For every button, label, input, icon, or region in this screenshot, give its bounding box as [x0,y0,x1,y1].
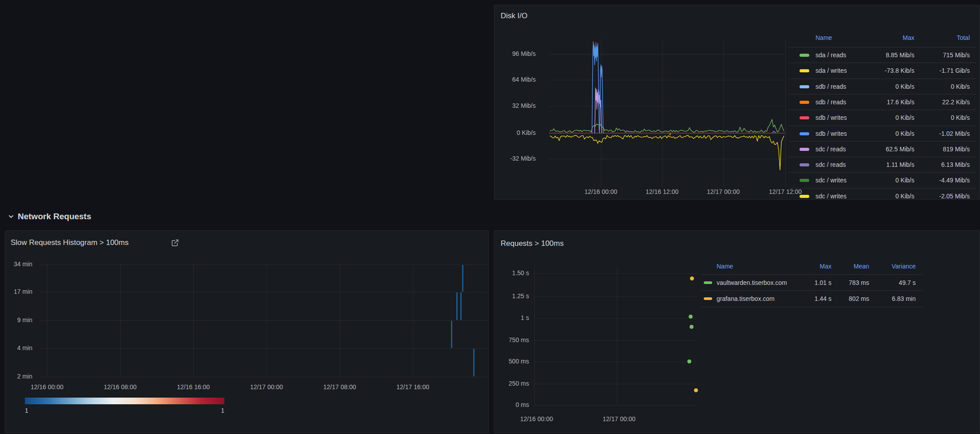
legend-series-variance: 49.7 s [862,278,916,288]
legend-series-name[interactable]: sdc / writes [815,175,847,185]
legend-header-variance[interactable]: Variance [862,263,916,270]
legend-series-total: -4.49 Mib/s [917,175,970,185]
series-color-swatch [800,101,809,104]
x-axis-tick: 12/16 08:00 [104,383,137,391]
gridline [120,264,121,377]
legend-series-variance: 6.83 min [862,294,916,304]
legend-series-total: 6.13 Mib/s [917,160,970,170]
gridline [40,320,489,321]
y-axis-tick: 0 ms [494,401,529,408]
legend-series-name[interactable]: vaultwarden.tiserbox.com [717,278,787,288]
legend-series-max: 0 Kib/s [870,175,914,185]
legend-series-name[interactable]: sdc / reads [815,144,846,154]
heatmap-colorbar [25,398,224,404]
legend-header-name[interactable]: Name [717,263,733,270]
legend-header-max[interactable]: Max [870,34,914,41]
y-axis-tick: 96 Mib/s [494,50,536,57]
section-title: Network Requests [18,212,91,221]
legend-series-max: 0 Kib/s [870,113,914,122]
section-network-requests[interactable]: Network Requests [8,212,91,221]
requests-legend[interactable]: NameMaxMeanVariancevaultwarden.tiserbox.… [701,231,932,433]
legend-row-separator [789,63,976,63]
legend-series-name[interactable]: sda / reads [815,50,846,60]
disk-io-legend[interactable]: NameMaxTotalsda / reads8.85 Mib/s715 Mib… [789,5,978,199]
y-axis-tick: 17 min [5,288,32,295]
legend-series-name[interactable]: sdc / reads [815,160,846,170]
y-axis-tick: 1.25 s [494,292,529,300]
legend-series-name[interactable]: sdb / writes [815,113,847,122]
x-axis-tick: 12/16 00:00 [31,383,63,391]
heatmap-cell [451,321,452,348]
y-axis-tick: 0 Kib/s [494,129,536,136]
legend-series-total: 819 Mib/s [917,144,970,154]
scatter-point [690,325,694,329]
chevron-down-icon [8,213,14,220]
legend-series-max: 62.5 Mib/s [870,144,914,154]
legend-row-separator [789,110,976,110]
panel-disk-io: Disk I/O 96 Mib/s64 Mib/s32 Mib/s0 Kib/s… [494,5,980,200]
legend-row-separator [789,79,976,79]
gridline [534,318,698,319]
series-lines [549,38,785,187]
legend-series-max: 0 Kib/s [870,191,914,200]
series-color-swatch [800,132,809,135]
legend-series-name[interactable]: sdb / reads [815,82,846,91]
gridline [617,266,617,405]
legend-series-total: 0 Kib/s [917,82,970,91]
legend-row-separator [789,126,976,126]
y-axis-tick: 34 min [5,260,32,268]
gridline [534,362,698,362]
gridline [267,264,267,377]
series-color-swatch [800,69,809,72]
colorbar-max-label: 1 [216,407,224,414]
gridline [40,264,489,265]
legend-series-total: 715 Mib/s [917,50,970,60]
gridline [534,273,698,274]
gridline [534,405,698,406]
legend-series-total: -1.71 Gib/s [917,66,970,75]
x-axis-tick: 12/17 00:00 [603,415,635,422]
series-color-swatch [800,148,809,151]
heatmap-cell [473,349,474,376]
legend-row-separator [789,157,976,157]
legend-series-max: -73.8 Kib/s [870,66,914,75]
legend-series-name[interactable]: sda / writes [815,66,847,75]
y-axis-tick: 9 min [5,316,32,324]
legend-series-name[interactable]: sdc / writes [815,191,847,200]
series-color-swatch [800,179,809,182]
x-axis-tick: 12/16 12:00 [646,188,678,195]
gridline [785,38,786,187]
legend-series-max: 1.11 Mib/s [870,160,914,170]
legend-row-separator [789,188,976,189]
y-axis-tick: 1.50 s [494,269,529,276]
legend-row-separator [789,141,976,142]
heatmap-cell [460,292,462,320]
x-axis-tick: 12/16 00:00 [584,188,617,195]
x-axis-tick: 12/16 00:00 [520,415,553,422]
x-axis-tick: 12/16 16:00 [177,383,210,391]
legend-series-max: 0 Kib/s [870,129,914,138]
x-axis-tick: 12/17 00:00 [707,188,740,195]
gridline [47,264,47,377]
gridline [534,266,535,405]
scatter-point [687,359,691,363]
y-axis-tick: 750 ms [494,336,529,343]
colorbar-min-label: 1 [25,407,28,414]
panel-slow-requests-histogram: Slow Requests Histogram > 100ms 34 min17… [5,230,489,433]
legend-header-total[interactable]: Total [917,34,970,41]
legend-row-separator [701,290,923,291]
legend-series-total: 22.2 Kib/s [917,97,970,107]
legend-header-name[interactable]: Name [815,34,832,41]
legend-series-name[interactable]: sdb / writes [815,129,847,138]
legend-series-name[interactable]: sdb / reads [815,97,846,107]
gridline [40,348,489,349]
grafana-dashboard: Disk I/O 96 Mib/s64 Mib/s32 Mib/s0 Kib/s… [0,0,980,434]
y-axis-tick: 250 ms [494,380,529,387]
series-color-swatch [800,85,809,88]
series-color-swatch [704,297,712,300]
series-color-swatch [800,116,809,119]
gridline [40,292,489,292]
y-axis-tick: 64 Mib/s [494,76,536,83]
scatter-point [689,315,693,319]
legend-series-name[interactable]: grafana.tiserbox.com [717,294,775,304]
